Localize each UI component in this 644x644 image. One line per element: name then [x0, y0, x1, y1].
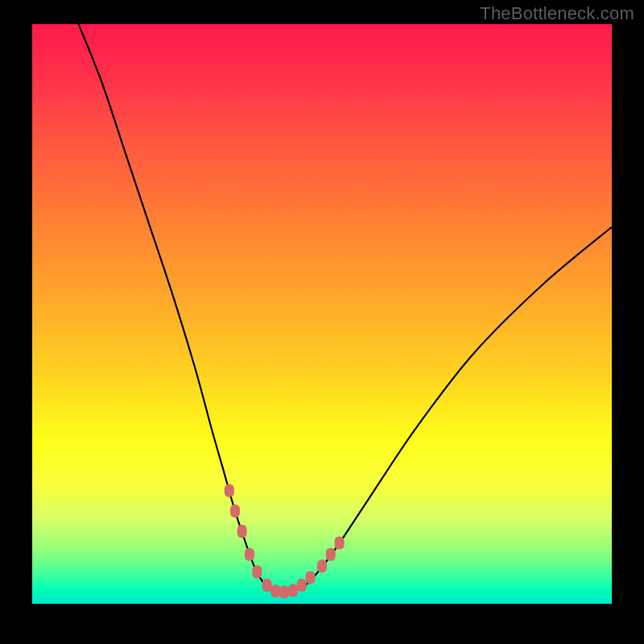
curve-marker [297, 579, 307, 592]
curve-marker [262, 579, 272, 592]
chart-svg [32, 24, 612, 604]
curve-marker [225, 485, 234, 497]
curve-marker [237, 525, 247, 538]
watermark-text: TheBottleneck.com [480, 3, 634, 24]
curve-marker [270, 584, 280, 597]
curve-marker [288, 584, 298, 597]
curve-marker [335, 536, 345, 549]
curve-marker [230, 505, 240, 518]
curve-marker [279, 586, 289, 599]
bottleneck-curve [79, 24, 612, 592]
marker-group [225, 485, 345, 599]
curve-marker [326, 548, 336, 561]
curve-marker [245, 548, 254, 561]
curve-marker [317, 559, 327, 572]
curve-marker [306, 572, 316, 584]
curve-marker [252, 565, 262, 578]
